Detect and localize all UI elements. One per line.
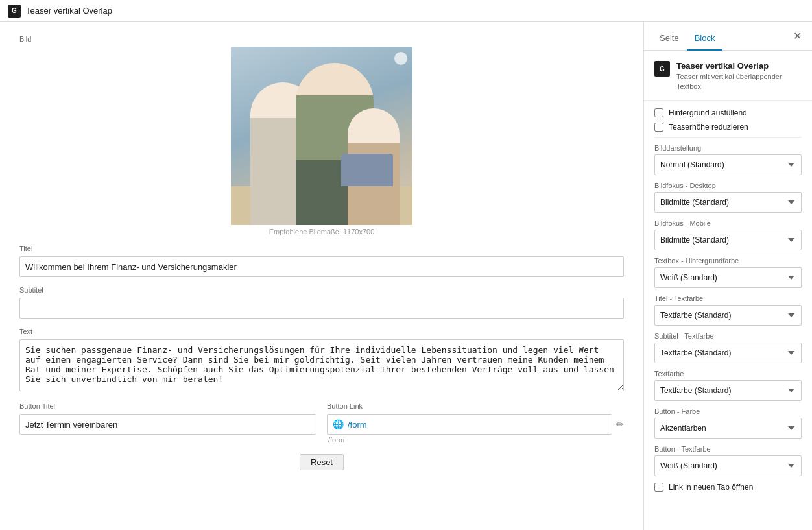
bildfokus-desktop-label: Bildfokus - Desktop [654, 182, 802, 189]
checkbox-hintergrund-label[interactable]: Hintergrund ausfüllend [669, 108, 747, 117]
sidebar-tabs: Seite Block ✕ [644, 22, 812, 51]
block-icon: G [654, 61, 670, 77]
textfarbe-select[interactable]: Textfarbe (Standard) Weiß Akzent [654, 380, 802, 401]
subtitel-textfarbe-label: Subtitel - Textfarbe [654, 332, 802, 340]
content-area: Bild Empfohlene Bildmaße: 1170x700 Titel… [0, 22, 643, 530]
text-input[interactable]: Sie suchen passgenaue Finanz- und Versic… [19, 339, 624, 391]
button-textfarbe-label: Button - Textfarbe [654, 445, 802, 453]
image-preview[interactable] [231, 47, 412, 225]
subtitel-input[interactable] [19, 298, 624, 319]
reset-button[interactable]: Reset [300, 454, 344, 470]
reset-container: Reset [19, 454, 624, 470]
bildfokus-desktop-select[interactable]: Bildmitte (Standard) Links Rechts Oben U… [654, 192, 802, 213]
button-link-label: Button Link [327, 402, 624, 410]
subtitel-textfarbe-select[interactable]: Textfarbe (Standard) Weiß Akzent [654, 343, 802, 363]
button-titel-input[interactable] [19, 414, 316, 435]
page-title: Teaser vertikal Overlap [26, 6, 112, 16]
image-label: Bild [19, 35, 624, 43]
checkbox-teaser-label[interactable]: Teaserhöhe reduzieren [669, 123, 748, 132]
main-layout: Bild Empfohlene Bildmaße: 1170x700 Titel… [0, 22, 812, 530]
button-titel-col: Button Titel [19, 402, 316, 444]
button-link-value[interactable]: /form [348, 420, 367, 429]
button-link-hint: /form [327, 436, 624, 444]
textbox-hintergrund-label: Textbox - Hintergrundfarbe [654, 257, 802, 265]
checkbox-link-tab-row: Link in neuen Tab öffnen [654, 483, 802, 492]
checkbox-hintergrund-row: Hintergrund ausfüllend [654, 108, 802, 117]
textbox-hintergrund-select[interactable]: Weiß (Standard) Grau Dunkel [654, 267, 802, 288]
checkbox-link-tab-label[interactable]: Link in neuen Tab öffnen [669, 483, 753, 492]
laptop [341, 154, 393, 186]
sidebar-controls: Hintergrund ausfüllend Teaserhöhe reduzi… [644, 101, 812, 505]
text-label: Text [19, 328, 624, 335]
button-fields-row: Button Titel Button Link 🌐 /form ✏ /form [19, 402, 624, 444]
image-action-btn[interactable] [394, 52, 407, 65]
textfarbe-label: Textfarbe [654, 370, 802, 378]
block-title: Teaser vertikal Overlap [676, 61, 802, 71]
subtitel-label: Subtitel [19, 286, 624, 294]
checkbox-teaser-row: Teaserhöhe reduzieren [654, 123, 802, 132]
titel-input[interactable] [19, 256, 624, 277]
titel-textfarbe-select[interactable]: Textfarbe (Standard) Weiß Akzent [654, 305, 802, 326]
button-titel-label: Button Titel [19, 402, 316, 410]
button-farbe-select[interactable]: Akzentfarben Weiß Dunkel [654, 418, 802, 439]
top-bar: G Teaser vertikal Overlap [0, 0, 812, 22]
block-info: Teaser vertikal Overlap Teaser mit verti… [676, 61, 802, 92]
bilddarstellung-label: Bilddarstellung [654, 144, 802, 152]
bildfokus-mobile-select[interactable]: Bildmitte (Standard) Links Rechts Oben U… [654, 230, 802, 250]
right-sidebar: Seite Block ✕ G Teaser vertikal Overlap … [643, 22, 812, 530]
image-hint: Empfohlene Bildmaße: 1170x700 [19, 228, 624, 235]
checkbox-link-tab[interactable] [654, 483, 663, 492]
button-textfarbe-select[interactable]: Weiß (Standard) Dunkel Akzent [654, 455, 802, 476]
divider1 [654, 137, 802, 138]
globe-icon: 🌐 [333, 419, 344, 429]
checkbox-teaser[interactable] [654, 123, 663, 132]
image-area: Empfohlene Bildmaße: 1170x700 [19, 47, 624, 235]
block-desc: Teaser mit vertikal überlappender Textbo… [676, 72, 802, 92]
button-link-col: Button Link 🌐 /form ✏ /form [327, 402, 624, 444]
edit-icon[interactable]: ✏ [616, 419, 624, 429]
checkbox-hintergrund[interactable] [654, 108, 663, 117]
button-farbe-label: Button - Farbe [654, 407, 802, 415]
titel-textfarbe-label: Titel - Textfarbe [654, 295, 802, 302]
titel-label: Titel [19, 245, 624, 252]
block-header: G Teaser vertikal Overlap Teaser mit ver… [644, 51, 812, 101]
close-icon[interactable]: ✕ [791, 27, 804, 45]
bilddarstellung-select[interactable]: Normal (Standard) Breit Schmal [654, 154, 802, 175]
tab-block[interactable]: Block [687, 27, 723, 51]
bildfokus-mobile-label: Bildfokus - Mobile [654, 219, 802, 227]
button-link-field[interactable]: 🌐 /form [327, 414, 612, 435]
tab-seite[interactable]: Seite [652, 27, 687, 51]
app-logo: G [8, 5, 21, 18]
